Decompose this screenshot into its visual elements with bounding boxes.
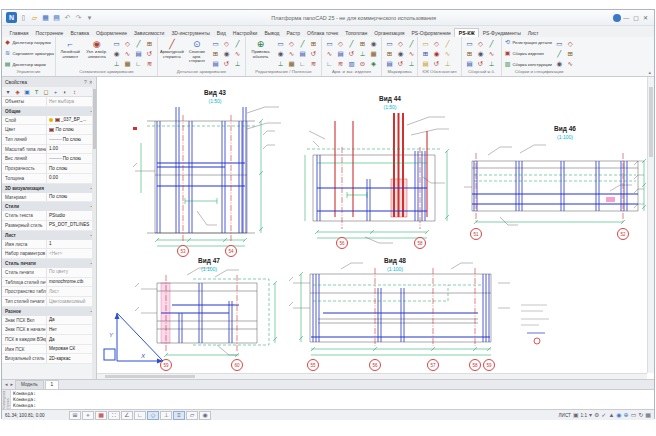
ribbon-tab-лист[interactable]: Лист [524, 29, 542, 37]
property-row-2[interactable]: Слой_037_БР_... [2, 116, 96, 126]
property-row-20[interactable]: Пространство таблиц с...Лист [2, 287, 96, 297]
ribbon-tab-растр[interactable]: Растр [283, 29, 304, 37]
dispatcher-loads-button[interactable]: ◆Диспетчер нагрузок [4, 39, 54, 46]
schematic-icon-5[interactable]: ◉ [111, 49, 122, 59]
embedded-icon-9[interactable]: ⊥ [357, 49, 368, 59]
schematic-icon-3[interactable]: ╱ [133, 39, 144, 49]
rebar-assortment-button[interactable]: ≋Сортамент арматуры [4, 50, 54, 57]
ribbon-tab-зависимости[interactable]: Зависимости [131, 29, 168, 37]
drawing-canvas[interactable]: Вид 43 (1:50) [97, 77, 654, 379]
assembly-icon-1[interactable]: ▭ [554, 39, 565, 49]
ribbon-tab-ps-оформление[interactable]: PS-Оформление [408, 29, 454, 37]
ribbon-tab-организация[interactable]: Организация [371, 29, 408, 37]
schematic-icon-6[interactable]: ∿ [122, 49, 133, 59]
command-panel-side-tab[interactable]: Командная строка [2, 390, 11, 409]
check-icon[interactable]: ✓ [601, 411, 606, 420]
expand-icon[interactable]: ↕ [71, 88, 79, 96]
user-account-icon[interactable] [613, 14, 621, 22]
schematic-icon-7[interactable]: ▤ [133, 49, 144, 59]
property-row-27[interactable]: Визуальный стиль2D-каркас [2, 354, 96, 364]
kzh-annotation-icon-2[interactable]: ◇ [431, 39, 442, 49]
property-row-26[interactable]: Имя ПСКМировая СК [2, 345, 96, 355]
embedded-icon-3[interactable]: ╱ [346, 39, 357, 49]
property-row-8[interactable]: Толщина0.00 [2, 174, 96, 184]
grid-toggle[interactable]: ∷ [108, 411, 120, 420]
node-image-button[interactable]: ◉Узл. изобр. элемента [85, 39, 110, 59]
save-file-icon[interactable]: ▦ [41, 13, 50, 23]
embedded-icon-2[interactable]: ◇ [335, 39, 346, 49]
add-icon[interactable]: + [52, 88, 60, 96]
editing-icon-1[interactable]: ▭ [275, 39, 286, 49]
detailed-icon-4[interactable]: ⊞ [210, 49, 221, 59]
kzh-annotation-icon-5[interactable]: ◉ [431, 49, 442, 59]
embedded-icon-7[interactable]: ▤ [335, 49, 346, 59]
osnap-toggle[interactable]: ◇ [147, 411, 159, 420]
schematic-icon-4[interactable]: ⊞ [144, 39, 155, 49]
maximize-button[interactable]: ▢ [633, 13, 639, 23]
embedded-icon-6[interactable]: ∿ [324, 49, 335, 59]
layout-tab-модель[interactable]: Модель [15, 380, 44, 390]
properties-section-Общие[interactable]: Общие− [2, 107, 96, 116]
annotation-scale[interactable]: 1:1 [581, 413, 587, 418]
editing-icon-7[interactable]: ▤ [297, 49, 308, 59]
block-icon[interactable]: ◻ [42, 88, 50, 96]
ortho-toggle[interactable]: ∟ [134, 411, 146, 420]
dyn-ucs-toggle[interactable]: ▱ [186, 411, 198, 420]
monitor-icon[interactable]: ▭ [631, 411, 637, 420]
detailed-icon-3[interactable]: ╱ [232, 39, 243, 49]
property-row-7[interactable]: ПрозрачностьПо слою [2, 164, 96, 174]
assembly-icon-2[interactable]: ◇ [565, 39, 576, 49]
selection-cycling-toggle[interactable]: ⊞ [69, 411, 81, 420]
editing-icon-6[interactable]: ∿ [286, 49, 297, 59]
dispatcher-marks-button[interactable]: ▤Диспетчер марок [4, 61, 54, 68]
property-row-3[interactable]: ЦветПо слою [2, 125, 96, 135]
embedded-icon-1[interactable]: ▭ [324, 39, 335, 49]
ribbon-tab-настройки[interactable]: Настройки [229, 29, 261, 37]
property-row-16[interactable]: Набор параметров листа<Нет> [2, 249, 96, 259]
precast-icon-3[interactable]: ╱ [486, 39, 497, 49]
ribbon-tab-главная[interactable]: Главная [6, 29, 32, 37]
assembly-construction-button[interactable]: ▥Сборка конструкции [504, 61, 552, 68]
ribbon-tab-вставка[interactable]: Вставка [67, 29, 93, 37]
annotation-toggle[interactable]: ◉ [199, 411, 211, 420]
ribbon-tab-ps-кж[interactable]: PS-КЖ [454, 28, 479, 37]
property-row-0[interactable]: ОбъектыНет выбора [2, 97, 96, 107]
minimize-button[interactable]: — [623, 13, 629, 23]
marking-icon-5[interactable]: ◉ [395, 49, 406, 59]
open-file-icon[interactable]: ▱ [30, 13, 39, 23]
polar-toggle[interactable]: ∠ [121, 411, 133, 420]
properties-section-Лист[interactable]: Лист− [2, 231, 96, 240]
linear-element-button[interactable]: ⌐Линейный элемент [58, 39, 83, 59]
pan-icon[interactable]: ◉ [616, 411, 621, 420]
embedded-icon-10[interactable]: ▦ [368, 49, 379, 59]
rebar-section-button[interactable]: ⊙Сечение арм. стержня [186, 39, 208, 64]
property-row-18[interactable]: Стиль печатиПо цвету [2, 268, 96, 278]
assembly-product-button[interactable]: ▣Сборка изделия [504, 50, 552, 57]
property-row-23[interactable]: Знак ПСК ВклДа [2, 316, 96, 326]
scale-dropdown-icon[interactable]: ▾ [589, 411, 592, 420]
undo-icon[interactable]: ↶ [63, 13, 72, 23]
save-all-icon[interactable]: ▤ [52, 13, 61, 23]
properties-section-Разное[interactable]: Разное− [2, 307, 96, 316]
copy-properties-icon[interactable]: ▣ [23, 88, 31, 96]
property-row-5[interactable]: Масштаб типа линий1.00 [2, 145, 96, 155]
detailed-icon-5[interactable]: ◉ [221, 49, 232, 59]
property-row-25[interactable]: ПСК в каждом ВЭкранеДа [2, 335, 96, 345]
schematic-icon-1[interactable]: ▭ [111, 39, 122, 49]
view-48[interactable]: Вид 48 (1:100) [283, 253, 523, 373]
marking-icon-4[interactable]: ⊞ [384, 49, 395, 59]
properties-section-Стили[interactable]: Стили− [2, 202, 96, 211]
detail-annotations[interactable] [517, 297, 562, 347]
refresh-icon[interactable]: ↻ [638, 411, 643, 420]
selection-mode-icon[interactable]: ▾ [4, 88, 12, 96]
ribbon-tab-облака точек[interactable]: Облака точек [304, 29, 342, 37]
space-toggle-button[interactable]: ЛИСТ [559, 413, 571, 418]
command-line-panel[interactable]: Командная строка Команда:Команда:Команда… [2, 389, 654, 409]
marking-icon-6[interactable]: ∿ [406, 49, 417, 59]
embedded-icon-5[interactable]: ◉ [368, 39, 379, 49]
marking-icon-3[interactable]: ╱ [406, 39, 417, 49]
precast-icon-4[interactable]: ⊞ [464, 49, 475, 59]
ribbon-tab-топоплан[interactable]: Топоплан [342, 29, 371, 37]
kzh-annotation-icon-1[interactable]: ▭ [420, 39, 431, 49]
precast-icon-5[interactable]: ◉ [475, 49, 486, 59]
